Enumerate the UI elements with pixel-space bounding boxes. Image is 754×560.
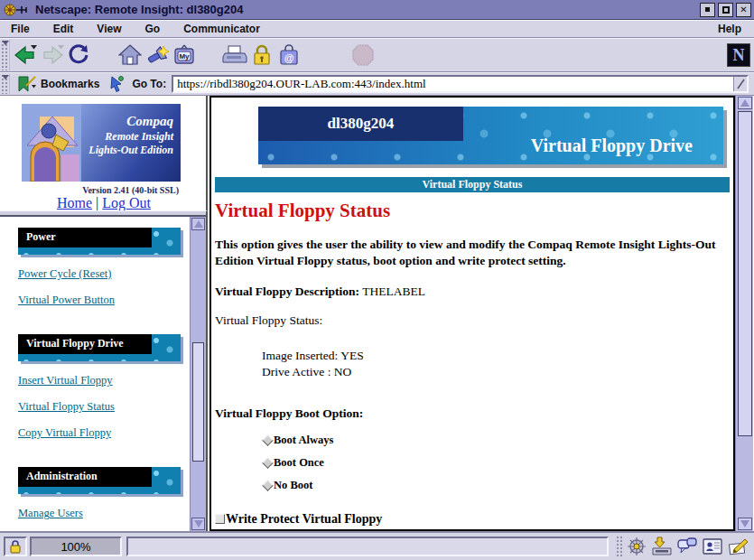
radio-label: No Boot	[274, 479, 312, 492]
window-titlebar: Netscape: Remote Insight: dl380g204 ✕	[0, 0, 754, 20]
bookmarks-button[interactable]: Bookmarks	[41, 78, 99, 90]
window-icon[interactable]	[3, 3, 30, 17]
nav-link-copy-virtual-floppy[interactable]: Copy Virtual Floppy	[18, 426, 111, 440]
write-protect-option[interactable]: Write Protect Virtual Floppy	[215, 512, 733, 527]
stop-button[interactable]	[349, 42, 377, 69]
logo-product-line1: Remote Insight	[81, 130, 173, 144]
status-message-field	[126, 537, 609, 556]
minimize-button[interactable]	[700, 3, 715, 17]
boot-once-option[interactable]: Boot Once	[262, 456, 733, 470]
url-dropdown-button[interactable]	[733, 77, 747, 91]
status-lock-icon	[9, 539, 22, 554]
netscape-logo-letter: N	[733, 46, 745, 65]
home-button[interactable]	[116, 42, 144, 69]
nav-scroll-down-arrow[interactable]	[191, 518, 205, 530]
address-book-button[interactable]	[700, 536, 725, 557]
nav-link-insert-virtual-floppy[interactable]: Insert Virtual Floppy	[18, 374, 113, 387]
page-proxy-icon[interactable]	[108, 75, 125, 93]
composer-button[interactable]	[725, 536, 750, 557]
menu-file[interactable]: File	[11, 23, 30, 35]
bookmarks-icon	[15, 75, 37, 93]
window-title: Netscape: Remote Insight: dl380g204	[35, 3, 697, 16]
url-input[interactable]	[173, 77, 733, 91]
menu-communicator[interactable]: Communicator	[183, 23, 260, 35]
nav-scrollbar-thumb[interactable]	[192, 342, 204, 462]
main-document: dl380g204 Virtual Floppy Drive Virtual F…	[209, 96, 735, 531]
boot-always-option[interactable]: Boot Always	[262, 434, 733, 447]
svg-text:My: My	[179, 52, 190, 61]
menu-view[interactable]: View	[97, 23, 121, 35]
section-title: Virtual Floppy Drive	[18, 334, 152, 354]
banner-hostname-box: dl380g204	[258, 107, 463, 141]
description-value: THELABEL	[362, 285, 425, 298]
menu-go[interactable]: Go	[144, 23, 160, 35]
back-button[interactable]	[12, 42, 39, 69]
nav-scroll-up-arrow[interactable]	[191, 218, 205, 230]
goto-label: Go To:	[132, 78, 166, 90]
nav-link-power-cycle[interactable]: Power Cycle (Reset)	[18, 267, 111, 281]
maximize-button[interactable]	[718, 3, 733, 17]
navigator-button[interactable]	[624, 536, 649, 557]
location-collapse-grip[interactable]	[1, 74, 10, 94]
shop-button[interactable]: @	[275, 42, 303, 69]
menu-help[interactable]: Help	[718, 23, 741, 35]
toolbar-collapse-grip[interactable]	[1, 40, 10, 70]
close-button[interactable]: ✕	[736, 3, 751, 17]
my-netscape-icon: My	[172, 43, 196, 67]
security-lock-icon	[251, 43, 273, 67]
no-boot-option[interactable]: No Boot	[262, 479, 733, 492]
shop-icon: @	[277, 43, 301, 67]
frame-divider[interactable]	[0, 210, 208, 217]
print-icon	[222, 43, 247, 67]
drive-active-line: Drive Active : NO	[262, 364, 733, 380]
boot-option-label: Virtual Floppy Boot Option:	[215, 406, 733, 421]
status-bar: 100%	[0, 531, 754, 560]
discussions-icon	[676, 537, 698, 556]
nav-link-manage-users[interactable]: Manage Users	[18, 507, 83, 520]
banner-page-title: Virtual Floppy Drive	[531, 135, 693, 156]
my-netscape-button[interactable]: My	[171, 42, 198, 69]
page-heading: Virtual Floppy Status	[215, 200, 733, 222]
logo-brand: Compaq	[81, 113, 173, 130]
netscape-logo[interactable]: N	[727, 43, 750, 67]
section-header-power: Power	[18, 228, 181, 255]
radio-icon[interactable]	[262, 457, 274, 469]
logo-frame: Compaq Remote Insight Lights-Out Edition…	[0, 96, 208, 210]
nav-link-virtual-floppy-status[interactable]: Virtual Floppy Status	[18, 400, 115, 414]
print-button[interactable]	[221, 42, 248, 69]
nav-scrollbar[interactable]	[190, 217, 206, 531]
main-scrollbar-thumb[interactable]	[738, 111, 752, 436]
nav-link-virtual-power-button[interactable]: Virtual Power Button	[18, 294, 115, 307]
menu-edit[interactable]: Edit	[53, 23, 74, 35]
stop-icon	[351, 43, 375, 67]
url-field-frame	[172, 75, 749, 93]
component-bar-grip[interactable]	[616, 536, 624, 557]
radio-icon[interactable]	[262, 480, 274, 491]
search-icon	[144, 43, 170, 67]
security-status-button[interactable]	[4, 537, 27, 556]
logo-house-illustration	[22, 104, 81, 182]
checkbox-icon[interactable]	[215, 514, 225, 524]
main-scroll-up-arrow[interactable]	[738, 97, 752, 109]
frameset: Compaq Remote Insight Lights-Out Edition…	[0, 96, 754, 531]
home-link[interactable]: Home	[57, 195, 92, 210]
reload-icon	[68, 43, 91, 67]
radio-icon[interactable]	[262, 434, 274, 446]
main-scrollbar[interactable]	[735, 96, 753, 531]
nav-menu: Power Power Cycle (Reset) Virtual Power …	[0, 217, 190, 531]
logout-link[interactable]: Log Out	[102, 195, 151, 210]
forward-button[interactable]	[39, 42, 66, 69]
main-scroll-down-arrow[interactable]	[738, 518, 752, 530]
security-button[interactable]	[248, 42, 275, 69]
discussions-button[interactable]	[675, 536, 700, 557]
address-book-icon	[702, 537, 723, 556]
mail-inbox-button[interactable]	[649, 536, 675, 557]
logo-wordmark: Compaq Remote Insight Lights-Out Edition	[81, 104, 181, 182]
radio-label: Boot Once	[274, 456, 324, 470]
search-button[interactable]	[144, 42, 171, 69]
description-label: Virtual Floppy Description:	[215, 285, 359, 298]
compaq-remote-insight-logo: Compaq Remote Insight Lights-Out Edition	[22, 104, 181, 182]
reload-button[interactable]	[66, 42, 93, 69]
link-separator: |	[96, 195, 98, 210]
session-links: Home|Log Out	[0, 195, 208, 210]
